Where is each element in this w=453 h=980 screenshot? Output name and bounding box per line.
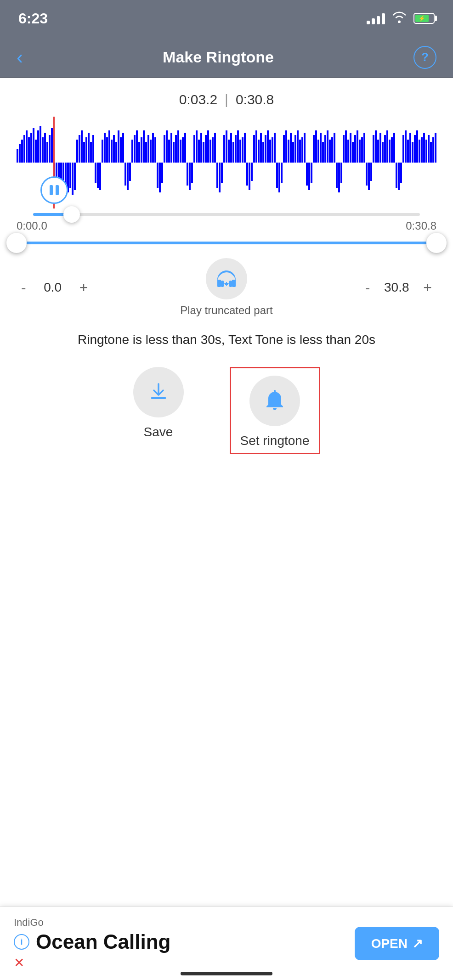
right-value: 30.8 xyxy=(383,280,410,295)
right-plus-button[interactable]: + xyxy=(419,277,436,298)
status-bar: 6:23 ⚡ xyxy=(0,0,453,37)
total-time: 0:30.8 xyxy=(236,92,274,107)
right-time-adjust: - 30.8 + xyxy=(361,277,436,298)
left-minus-button[interactable]: - xyxy=(17,277,31,298)
action-buttons: Save Set ringtone xyxy=(17,367,436,454)
play-truncated-label: Play truncated part xyxy=(180,304,272,317)
headphone-circle xyxy=(206,258,247,299)
progress-track[interactable] xyxy=(33,213,420,216)
range-track[interactable] xyxy=(17,242,436,244)
ringtone-icon-circle xyxy=(249,376,300,426)
help-button[interactable]: ? xyxy=(413,46,436,69)
svg-rect-8 xyxy=(151,398,166,399)
status-icons: ⚡ xyxy=(367,11,435,26)
pause-icon xyxy=(50,185,59,195)
headphone-icon xyxy=(215,269,238,289)
signal-bars-icon xyxy=(367,12,385,24)
time-display: 0:03.2 | 0:30.8 xyxy=(17,92,436,107)
left-plus-button[interactable]: + xyxy=(75,277,93,298)
set-ringtone-button[interactable]: Set ringtone xyxy=(230,367,320,454)
main-content: 0:03.2 | 0:30.8 0:00.0 0: xyxy=(0,78,453,477)
ad-title-row: i Ocean Calling xyxy=(14,930,170,953)
waveform-svg xyxy=(17,117,436,208)
bell-icon xyxy=(263,388,287,414)
controls-row: - 0.0 + Play truncated par xyxy=(17,258,436,317)
end-time-label: 0:30.8 xyxy=(406,220,436,232)
play-truncated-button[interactable]: Play truncated part xyxy=(180,258,272,317)
waveform-container xyxy=(17,117,436,208)
right-minus-button[interactable]: - xyxy=(361,277,375,298)
ad-info-icon[interactable]: i xyxy=(14,934,29,950)
back-button[interactable]: ‹ xyxy=(17,48,23,67)
save-icon xyxy=(147,380,170,404)
ad-content: IndiGo i Ocean Calling ✕ xyxy=(14,917,170,970)
pause-button[interactable] xyxy=(40,176,68,204)
nav-bar: ‹ Make Ringtone ? xyxy=(0,37,453,78)
range-thumb-right[interactable] xyxy=(426,233,447,253)
ad-title: Ocean Calling xyxy=(36,930,170,953)
range-thumb-left[interactable] xyxy=(6,233,27,253)
save-button[interactable]: Save xyxy=(133,367,184,454)
ad-open-button[interactable]: OPEN ↗ xyxy=(355,927,439,960)
wifi-icon xyxy=(391,11,407,26)
current-time: 0:03.2 xyxy=(179,92,217,107)
svg-rect-0 xyxy=(221,281,224,287)
arrow-icon: ↗ xyxy=(412,936,423,951)
ad-banner: IndiGo i Ocean Calling ✕ OPEN ↗ xyxy=(0,907,453,980)
left-value: 0.0 xyxy=(39,280,67,295)
home-indicator xyxy=(181,972,272,975)
battery-icon: ⚡ xyxy=(413,13,435,24)
status-time: 6:23 xyxy=(18,10,48,27)
ad-close-button[interactable]: ✕ xyxy=(14,955,170,970)
range-slider-section xyxy=(17,242,436,244)
time-divider: | xyxy=(225,92,228,107)
info-text: Ringtone is less than 30s, Text Tone is … xyxy=(17,331,436,349)
set-ringtone-label: Set ringtone xyxy=(240,434,310,448)
left-time-adjust: - 0.0 + xyxy=(17,277,92,298)
progress-section: 0:00.0 0:30.8 xyxy=(17,213,436,232)
time-labels: 0:00.0 0:30.8 xyxy=(17,220,436,232)
nav-title: Make Ringtone xyxy=(163,48,274,66)
ad-brand: IndiGo xyxy=(14,917,170,929)
svg-rect-1 xyxy=(229,281,232,287)
save-icon-circle xyxy=(133,367,184,417)
progress-thumb[interactable] xyxy=(63,206,80,223)
save-label: Save xyxy=(144,425,173,439)
start-time-label: 0:00.0 xyxy=(17,220,47,232)
